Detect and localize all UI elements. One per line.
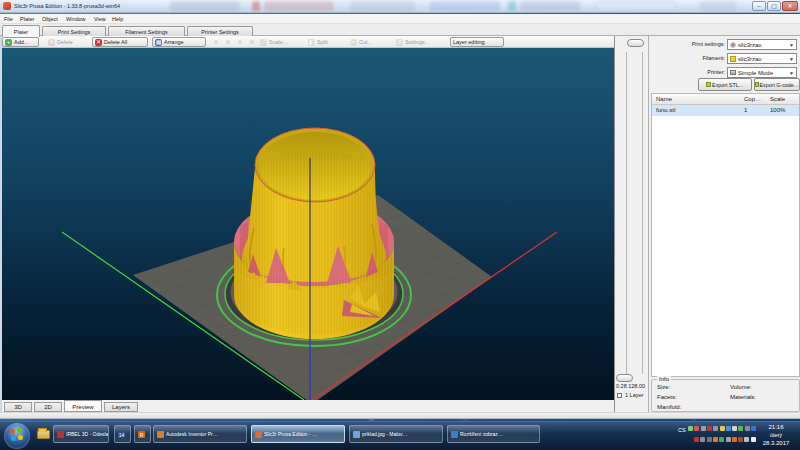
table-row[interactable]: funo.stl 1 100% [652, 105, 799, 116]
tray-icon[interactable] [745, 426, 750, 431]
tray-icon[interactable] [738, 437, 743, 442]
tray-icon[interactable] [744, 437, 749, 442]
clock-day: úterý [756, 432, 796, 438]
toolbar-settings-[interactable]: ⚙Settings… [394, 37, 444, 47]
scale-icon: ⤢ [260, 39, 267, 46]
one-layer-label: 1 Layer [625, 392, 643, 398]
info-box: Info Size: Facets: Manifold: Volume: Mat… [651, 379, 800, 412]
chevron-down-icon: ▼ [789, 42, 794, 48]
tray-icon[interactable] [719, 437, 724, 442]
3d-viewport[interactable] [2, 48, 614, 400]
tray-icon[interactable] [707, 426, 712, 431]
label-gear-icon: Print settings: [653, 41, 725, 47]
toolbar-layer-editing[interactable]: Layer editing [450, 37, 504, 47]
tray-icon[interactable] [694, 437, 699, 442]
info-manifold-label: Manifold: [657, 404, 681, 410]
tray-icon[interactable] [732, 437, 737, 442]
tab-filament-settings[interactable]: Filament Settings [108, 26, 185, 36]
tray-icon[interactable] [713, 437, 718, 442]
toolbar-rotate-ccw-icon[interactable] [212, 37, 223, 47]
main-tab-bar: PlaterPrint SettingsFilament SettingsPri… [0, 24, 800, 36]
toolbar-rotate-left-icon[interactable] [236, 37, 247, 47]
layer-slider-thumb-top[interactable] [627, 39, 644, 47]
slic3r-window: Slic3r Prusa Edition - 1.33.8-prusa3d-wi… [0, 0, 800, 419]
close-button[interactable]: ✕ [782, 1, 798, 11]
info-size-label: Size: [657, 384, 670, 390]
view-tab-2d[interactable]: 2D [34, 402, 62, 412]
tray-icon[interactable] [688, 426, 693, 431]
view-tab-3d[interactable]: 3D [4, 402, 32, 412]
taskbar-button-6[interactable]: Rozšíření zobraz… [447, 425, 540, 443]
title-bar[interactable]: Slic3r Prusa Edition - 1.33.8-prusa3d-wi… [0, 0, 800, 13]
label-filament-swatch: Filament: [653, 55, 725, 61]
explorer-icon[interactable] [37, 430, 50, 439]
one-layer-checkbox[interactable] [617, 393, 622, 398]
tray-icon[interactable] [726, 426, 731, 431]
clock-date: 28.3.2017 [756, 440, 796, 446]
tray-icon[interactable] [700, 437, 705, 442]
tray-icon[interactable] [720, 426, 725, 431]
tray-icon[interactable] [701, 426, 706, 431]
combo-gear[interactable]: slic3rzao▼ [727, 39, 797, 50]
tray-icon[interactable] [732, 426, 737, 431]
tab-printer-settings[interactable]: Printer Settings [187, 26, 253, 36]
app-icon [3, 2, 11, 10]
minimize-button[interactable]: – [752, 1, 766, 11]
window-title: Slic3r Prusa Edition - 1.33.8-prusa3d-wi… [14, 3, 120, 9]
menu-file[interactable]: File [4, 16, 13, 22]
view-tab-layers[interactable]: Layers [104, 402, 138, 412]
maximize-button[interactable]: ▢ [767, 1, 781, 11]
menu-view[interactable]: View [94, 16, 106, 22]
menu-plater[interactable]: Plater [20, 16, 34, 22]
start-button[interactable] [4, 423, 30, 449]
taskbar-button-0[interactable]: IRBEL 3D - Odeslat o… [53, 425, 109, 443]
toolbar-split[interactable]: ◧Split [306, 37, 344, 47]
tray-icon[interactable] [707, 437, 712, 442]
tray-icon[interactable] [713, 426, 718, 431]
taskbar-button-2[interactable]: R [134, 425, 151, 443]
toolbar-cut-[interactable]: ✂Cut… [348, 37, 388, 47]
toolbar: +Add…✕Delete✕Delete All▦Arrange⤢Scale…◧S… [0, 36, 614, 48]
layer-slider-thumb-bottom[interactable] [616, 374, 633, 382]
toolbar-rotate-cw-icon[interactable] [224, 37, 235, 47]
menu-help[interactable]: Help [112, 16, 123, 22]
toolbar-add-[interactable]: +Add… [2, 37, 39, 47]
taskbar-button-3[interactable]: Autodesk Inventor Pr… [153, 425, 247, 443]
object-table[interactable]: Name Cop… Scale funo.stl 1 100% [651, 93, 800, 377]
toolbar-delete-all[interactable]: ✕Delete All [92, 37, 148, 47]
language-indicator[interactable]: CS [678, 427, 686, 433]
tray-icon[interactable] [726, 437, 731, 442]
menu-window[interactable]: Window [66, 16, 86, 22]
info-materials-label: Materials: [730, 394, 756, 400]
model-funo[interactable] [234, 128, 394, 339]
taskbar-button-5[interactable]: priklad.jpg - Malov… [349, 425, 443, 443]
clock-time[interactable]: 21:16 [756, 424, 796, 430]
view-tab-preview[interactable]: Preview [64, 400, 102, 412]
tray-icon[interactable] [738, 426, 743, 431]
table-header: Name Cop… Scale [652, 94, 799, 105]
menu-object[interactable]: Object [42, 16, 58, 22]
taskbar-button-1[interactable]: 14 [114, 425, 131, 443]
delete-icon: ✕ [48, 39, 55, 46]
toolbar-arrange[interactable]: ▦Arrange [152, 37, 206, 47]
taskbar-app-icon: R [138, 431, 145, 438]
add-icon: + [5, 39, 12, 46]
combo-printer[interactable]: Simple Mode▼ [727, 67, 797, 78]
export-stl-button[interactable]: Export STL… [698, 78, 752, 91]
toolbar-scale-[interactable]: ⤢Scale… [258, 37, 300, 47]
taskbar-app-icon [451, 431, 458, 438]
combo-filament-swatch[interactable]: slic3rzao▼ [727, 53, 797, 64]
taskbar-app-icon [157, 431, 164, 438]
info-facets-label: Facets: [657, 394, 677, 400]
taskbar-button-4[interactable]: Slic3r Prusa Edition - … [251, 425, 345, 443]
tab-plater[interactable]: Plater [2, 25, 40, 37]
window-left-border [0, 36, 2, 412]
gear-icon [730, 42, 736, 48]
tab-print-settings[interactable]: Print Settings [42, 26, 106, 36]
rotate-right-icon [250, 40, 254, 44]
tray-icon[interactable] [694, 426, 699, 431]
toolbar-delete[interactable]: ✕Delete [46, 37, 86, 47]
export-gcode-button[interactable]: Export G-code… [754, 78, 800, 91]
rotate-ccw-icon [214, 40, 218, 44]
tray-icon[interactable] [751, 437, 756, 442]
